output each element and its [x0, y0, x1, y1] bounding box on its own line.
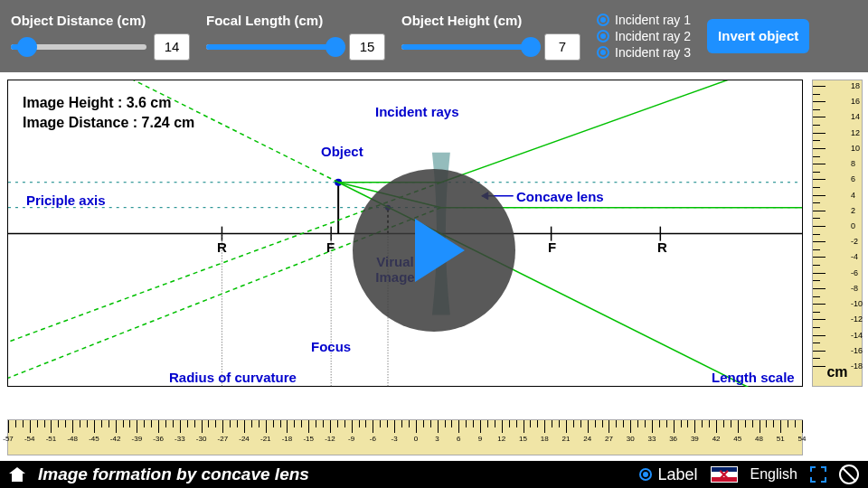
object-label: Object	[321, 144, 363, 159]
incident-ray-2-toggle[interactable]: Incident ray 2	[597, 29, 691, 43]
length-scale-label: Length scale	[712, 370, 795, 385]
object-distance-label: Object Distance (cm)	[11, 13, 190, 28]
page-title: Image formation by concave lens	[38, 465, 309, 484]
object-height-slider[interactable]	[401, 44, 537, 50]
svg-line-15	[441, 80, 802, 183]
language-selector[interactable]: English	[750, 466, 797, 483]
concave-lens-label: Concave lens	[516, 189, 604, 204]
axis-F-right: F	[548, 239, 556, 255]
home-icon[interactable]	[9, 467, 25, 482]
incident-ray-1-toggle[interactable]: Incident ray 1	[597, 13, 691, 27]
radio-icon	[597, 14, 609, 26]
focal-length-label: Focal Length (cm)	[206, 13, 385, 28]
image-info-readout: Image Height : 3.6 cm Image Distance : 7…	[23, 93, 194, 134]
horizontal-ruler[interactable]: -57-54-51-48-45-42-39-36-33-30-27-24-21-…	[7, 419, 803, 455]
radio-icon	[639, 468, 652, 481]
vertical-ruler[interactable]: cm 181614121086420-2-4-6-8-10-12-14-16-1…	[812, 80, 863, 387]
invert-object-button[interactable]: Invert object	[707, 19, 809, 53]
axis-F-left: F	[326, 239, 335, 255]
axis-R-right: R	[657, 239, 667, 255]
label-toggle[interactable]: Label	[639, 465, 697, 484]
axis-R-left: R	[217, 239, 227, 255]
focal-length-slider[interactable]	[206, 44, 342, 50]
object-height-value[interactable]: 7	[544, 33, 580, 61]
incident-ray-3-toggle[interactable]: Incident ray 3	[597, 45, 691, 60]
focal-length-value[interactable]: 15	[349, 33, 385, 61]
principal-axis-label: Priciple axis	[26, 192, 106, 208]
play-button[interactable]	[353, 169, 515, 332]
object-distance-slider[interactable]	[11, 44, 146, 50]
object-height-label: Object Height (cm)	[401, 13, 580, 28]
object-distance-value[interactable]: 14	[154, 33, 190, 61]
flag-icon	[711, 466, 738, 483]
radio-icon	[597, 30, 609, 42]
focus-label: Focus	[311, 339, 351, 354]
radius-of-curvature-label: Radius of curvature	[169, 370, 297, 385]
fullscreen-icon[interactable]	[810, 466, 826, 483]
incident-rays-label: Incident rays	[375, 104, 459, 119]
disable-icon[interactable]	[839, 465, 859, 484]
play-icon	[415, 219, 465, 282]
radio-icon	[597, 46, 609, 59]
